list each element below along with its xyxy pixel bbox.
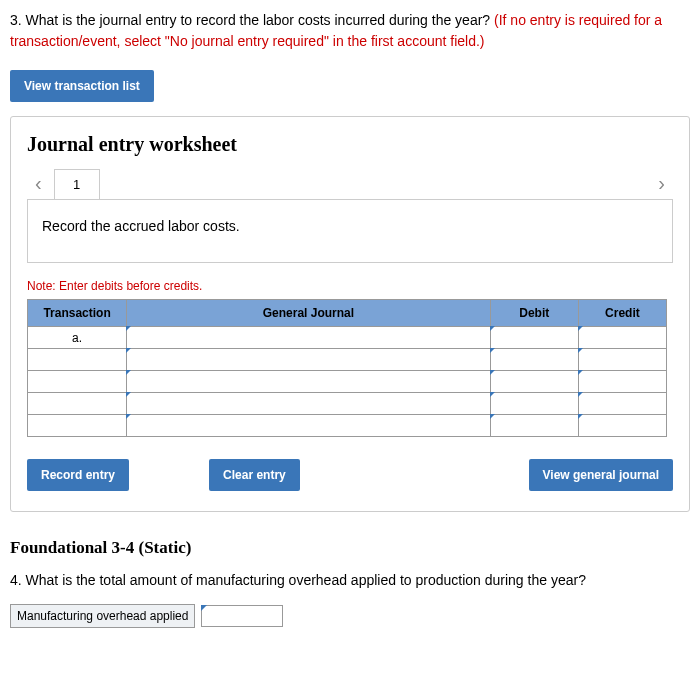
overhead-input[interactable] xyxy=(201,605,283,627)
account-input[interactable] xyxy=(127,415,491,437)
account-input[interactable] xyxy=(127,349,491,371)
view-general-journal-button[interactable]: View general journal xyxy=(529,459,673,491)
account-input[interactable] xyxy=(127,327,491,349)
tab-row: ‹ 1 › xyxy=(27,168,673,200)
table-row xyxy=(28,371,667,393)
debit-input[interactable] xyxy=(490,415,578,437)
header-credit: Credit xyxy=(578,300,666,327)
question-3-prefix: 3. What is the journal entry to record t… xyxy=(10,12,494,28)
debit-input[interactable] xyxy=(490,393,578,415)
tab-1[interactable]: 1 xyxy=(54,169,100,199)
credit-input[interactable] xyxy=(578,393,666,415)
debit-input[interactable] xyxy=(490,349,578,371)
debit-input[interactable] xyxy=(490,371,578,393)
chevron-right-icon[interactable]: › xyxy=(650,168,673,199)
table-row xyxy=(28,415,667,437)
button-row: Record entry Clear entry View general jo… xyxy=(27,459,673,491)
worksheet-title: Journal entry worksheet xyxy=(27,133,673,156)
table-row xyxy=(28,349,667,371)
chevron-left-icon[interactable]: ‹ xyxy=(27,168,50,199)
clear-entry-button[interactable]: Clear entry xyxy=(209,459,300,491)
account-input[interactable] xyxy=(127,393,491,415)
overhead-label: Manufacturing overhead applied xyxy=(10,604,195,628)
journal-table: Transaction General Journal Debit Credit… xyxy=(27,299,667,437)
journal-worksheet: Journal entry worksheet ‹ 1 › Record the… xyxy=(10,116,690,512)
question-3-text: 3. What is the journal entry to record t… xyxy=(10,10,690,52)
answer-row: Manufacturing overhead applied xyxy=(10,604,690,628)
record-entry-button[interactable]: Record entry xyxy=(27,459,129,491)
credit-input[interactable] xyxy=(578,415,666,437)
transaction-cell xyxy=(28,371,127,393)
credit-input[interactable] xyxy=(578,349,666,371)
transaction-cell xyxy=(28,393,127,415)
transaction-cell: a. xyxy=(28,327,127,349)
foundational-heading: Foundational 3-4 (Static) xyxy=(10,538,690,558)
debits-note: Note: Enter debits before credits. xyxy=(27,279,673,293)
credit-input[interactable] xyxy=(578,371,666,393)
transaction-cell xyxy=(28,349,127,371)
header-transaction: Transaction xyxy=(28,300,127,327)
debit-input[interactable] xyxy=(490,327,578,349)
table-row xyxy=(28,393,667,415)
transaction-cell xyxy=(28,415,127,437)
question-4-text: 4. What is the total amount of manufactu… xyxy=(10,572,690,588)
header-debit: Debit xyxy=(490,300,578,327)
credit-input[interactable] xyxy=(578,327,666,349)
header-general-journal: General Journal xyxy=(127,300,491,327)
account-input[interactable] xyxy=(127,371,491,393)
table-row: a. xyxy=(28,327,667,349)
transaction-description: Record the accrued labor costs. xyxy=(27,200,673,263)
view-transaction-list-button[interactable]: View transaction list xyxy=(10,70,154,102)
